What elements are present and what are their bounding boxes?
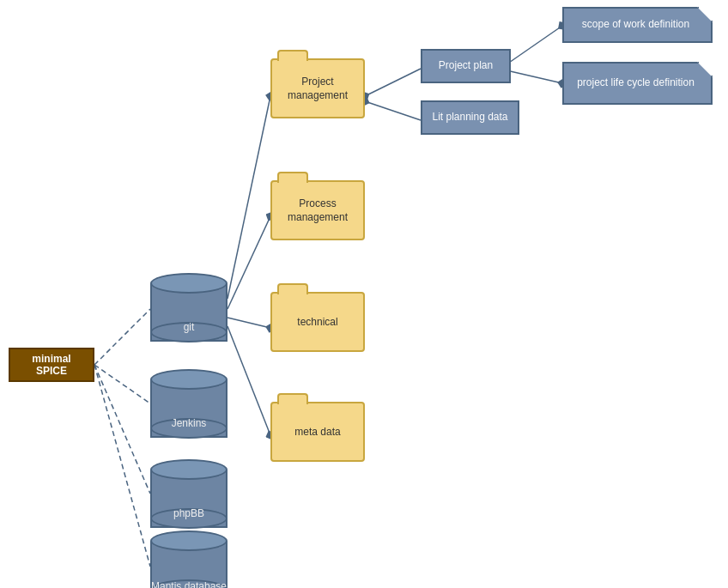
minimal-spice-node: minimal SPICE [9, 348, 94, 382]
project-mgmt-label: Project management [277, 76, 358, 102]
metadata-folder: meta data [270, 402, 365, 462]
git-cylinder-label: git [150, 321, 228, 333]
svg-line-9 [228, 326, 270, 435]
project-mgmt-folder-body: Project management [270, 58, 365, 118]
diagram-container: minimal SPICE git Jenkins phpBB [0, 0, 728, 588]
svg-line-7 [228, 216, 270, 309]
project-lifecycle-node: project life cycle definition [562, 62, 713, 105]
jenkins-node: Jenkins [150, 369, 228, 438]
svg-line-8 [228, 318, 270, 328]
git-cylinder-top [150, 273, 228, 294]
technical-folder-body: technical [270, 292, 365, 352]
scope-work-label: scope of work definition [582, 18, 689, 32]
svg-line-6 [228, 96, 270, 299]
jenkins-cylinder-label: Jenkins [150, 417, 228, 429]
lit-planning-node: Lit planning data [421, 100, 519, 135]
project-plan-label: Project plan [439, 59, 493, 73]
scope-work-node: scope of work definition [562, 7, 713, 43]
svg-line-2 [94, 309, 150, 365]
minimal-spice-label: minimal SPICE [19, 353, 84, 377]
svg-line-10 [365, 69, 421, 96]
phpbb-cylinder-top [150, 459, 228, 480]
jenkins-cylinder-top [150, 369, 228, 390]
jenkins-cylinder-shape: Jenkins [150, 369, 228, 438]
process-mgmt-label: Process management [277, 197, 358, 224]
lit-planning-label: Lit planning data [432, 111, 507, 124]
svg-line-13 [507, 70, 562, 83]
svg-line-4 [94, 365, 150, 494]
project-plan-node: Project plan [421, 49, 511, 83]
metadata-folder-tab [277, 393, 308, 404]
phpbb-cylinder-label: phpBB [150, 507, 228, 519]
project-mgmt-folder-tab [277, 50, 308, 61]
mantis-node: Mantis database [150, 530, 228, 588]
metadata-label: meta data [294, 426, 340, 439]
metadata-folder-body: meta data [270, 402, 365, 462]
git-node: git [150, 273, 228, 342]
svg-line-12 [507, 26, 562, 64]
project-lifecycle-label: project life cycle definition [577, 76, 695, 90]
technical-folder: technical [270, 292, 365, 352]
process-mgmt-folder-body: Process management [270, 180, 365, 240]
process-mgmt-folder: Process management [270, 180, 365, 240]
git-cylinder-shape: git [150, 273, 228, 342]
process-mgmt-folder-tab [277, 172, 308, 183]
svg-line-11 [365, 101, 421, 120]
phpbb-node: phpBB [150, 459, 228, 528]
svg-line-3 [94, 365, 150, 403]
mantis-cylinder-shape: Mantis database [150, 530, 228, 588]
mantis-cylinder-top [150, 530, 228, 551]
mantis-cylinder-label: Mantis database [150, 580, 228, 588]
project-mgmt-folder: Project management [270, 58, 365, 118]
technical-label: technical [297, 316, 337, 330]
phpbb-cylinder-shape: phpBB [150, 459, 228, 528]
svg-line-5 [94, 365, 150, 567]
technical-folder-tab [277, 283, 308, 294]
